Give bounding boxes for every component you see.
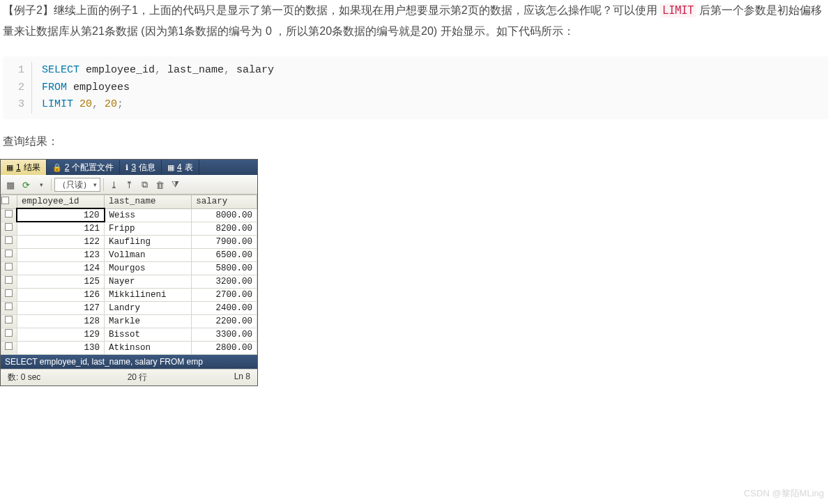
- toolbar-separator: [51, 178, 52, 191]
- row-checkbox[interactable]: [1, 261, 17, 275]
- dropdown-arrow-icon[interactable]: ▾: [34, 178, 48, 192]
- row-checkbox[interactable]: [1, 208, 17, 222]
- cell-employee-id[interactable]: 124: [17, 261, 104, 275]
- checkbox-header[interactable]: [1, 195, 17, 209]
- line-number: 1: [3, 62, 32, 79]
- example-paragraph: 【例子2】继续上面的例子1，上面的代码只是显示了第一页的数据，如果现在用户想要显…: [0, 0, 831, 45]
- cell-salary[interactable]: 2200.00: [192, 314, 257, 328]
- checkbox-icon: [5, 303, 13, 310]
- cell-last-name[interactable]: Nayer: [105, 275, 192, 288]
- footer-rows: 20 行: [128, 372, 148, 383]
- col-header-employee_id[interactable]: employee_id: [17, 195, 104, 209]
- table-row[interactable]: 130Atkinson2800.00: [1, 341, 257, 354]
- checkbox-icon: [5, 276, 13, 284]
- cell-salary[interactable]: 7900.00: [192, 235, 257, 248]
- cell-last-name[interactable]: Fripp: [105, 222, 192, 235]
- cell-employee-id[interactable]: 126: [17, 288, 104, 301]
- cell-employee-id[interactable]: 120: [17, 208, 104, 222]
- row-checkbox[interactable]: [1, 341, 17, 354]
- code-block: 1SELECT employee_id, last_name, salary2F…: [3, 56, 828, 119]
- table-row[interactable]: 125Nayer3200.00: [1, 275, 257, 288]
- copy-icon[interactable]: ⧉: [137, 178, 151, 192]
- table-row[interactable]: 120Weiss8000.00: [1, 208, 257, 222]
- cell-last-name[interactable]: Mourgos: [105, 261, 192, 275]
- row-checkbox[interactable]: [1, 328, 17, 341]
- table-row[interactable]: 121Fripp8200.00: [1, 222, 257, 235]
- cell-last-name[interactable]: Bissot: [105, 328, 192, 341]
- checkbox-icon: [5, 342, 13, 350]
- db-tab-表[interactable]: ▦4 表: [162, 160, 199, 175]
- row-checkbox[interactable]: [1, 222, 17, 235]
- export-icon[interactable]: ⤓: [107, 178, 121, 192]
- para-lead: 【例子2】继续上面的例子1，上面的代码只是显示了第一页的数据，如果现在用户想要显…: [3, 4, 660, 16]
- cell-last-name[interactable]: Mikkilineni: [105, 288, 192, 301]
- cell-salary[interactable]: 8200.00: [192, 222, 257, 235]
- cell-last-name[interactable]: Weiss: [105, 208, 192, 222]
- code-line: FROM employees: [32, 79, 130, 97]
- db-tab-信息[interactable]: ℹ3 信息: [120, 160, 162, 175]
- filter-icon[interactable]: ⧩: [168, 178, 182, 192]
- table-row[interactable]: 128Markle2200.00: [1, 314, 257, 328]
- status-bar-sql: SELECT employee_id, last_name, salary FR…: [1, 355, 257, 369]
- table-row[interactable]: 127Landry2400.00: [1, 301, 257, 314]
- cell-salary[interactable]: 2400.00: [192, 301, 257, 314]
- table-row[interactable]: 126Mikkilineni2700.00: [1, 288, 257, 301]
- grid-icon[interactable]: ▦: [3, 178, 17, 192]
- table-row[interactable]: 123Vollman6500.00: [1, 248, 257, 261]
- refresh-icon[interactable]: ⟳: [19, 178, 33, 192]
- inline-code-limit: LIMIT: [660, 3, 696, 17]
- cell-employee-id[interactable]: 128: [17, 314, 104, 328]
- cell-salary[interactable]: 3300.00: [192, 328, 257, 341]
- cell-salary[interactable]: 2700.00: [192, 288, 257, 301]
- cell-employee-id[interactable]: 127: [17, 301, 104, 314]
- row-checkbox[interactable]: [1, 288, 17, 301]
- delete-icon[interactable]: 🗑: [153, 178, 167, 192]
- db-tab-个配置文件[interactable]: 🔒2 个配置文件: [47, 160, 121, 175]
- db-tabs: ▦1 结果🔒2 个配置文件ℹ3 信息▦4 表: [1, 160, 257, 175]
- cell-employee-id[interactable]: 130: [17, 341, 104, 354]
- cell-salary[interactable]: 2800.00: [192, 341, 257, 354]
- cell-salary[interactable]: 6500.00: [192, 248, 257, 261]
- result-table: employee_idlast_namesalary 120Weiss8000.…: [1, 194, 257, 355]
- db-tab-结果[interactable]: ▦1 结果: [1, 160, 47, 175]
- cell-employee-id[interactable]: 129: [17, 328, 104, 341]
- readonly-dropdown[interactable]: （只读） ▾: [54, 178, 100, 192]
- footer-line: Ln 8: [234, 372, 250, 383]
- row-checkbox[interactable]: [1, 301, 17, 314]
- col-header-salary[interactable]: salary: [192, 195, 257, 209]
- cell-salary[interactable]: 3200.00: [192, 275, 257, 288]
- table-row[interactable]: 124Mourgos5800.00: [1, 261, 257, 275]
- cell-last-name[interactable]: Markle: [105, 314, 192, 328]
- tab-icon: 🔒: [52, 163, 62, 172]
- col-header-last_name[interactable]: last_name: [105, 195, 192, 209]
- cell-employee-id[interactable]: 125: [17, 275, 104, 288]
- cell-employee-id[interactable]: 122: [17, 235, 104, 248]
- cell-employee-id[interactable]: 121: [17, 222, 104, 235]
- cell-last-name[interactable]: Landry: [105, 301, 192, 314]
- table-row[interactable]: 129Bissot3300.00: [1, 328, 257, 341]
- row-checkbox[interactable]: [1, 314, 17, 328]
- import-icon[interactable]: ⤒: [122, 178, 136, 192]
- tab-icon: ▦: [167, 163, 174, 172]
- table-row[interactable]: 122Kaufling7900.00: [1, 235, 257, 248]
- cell-salary[interactable]: 8000.00: [192, 208, 257, 222]
- row-checkbox[interactable]: [1, 235, 17, 248]
- cell-employee-id[interactable]: 123: [17, 248, 104, 261]
- toolbar-separator: [103, 178, 104, 191]
- chevron-down-icon: ▾: [93, 181, 97, 188]
- row-checkbox[interactable]: [1, 248, 17, 261]
- checkbox-icon: [5, 210, 13, 217]
- checkbox-icon: [5, 263, 13, 270]
- db-toolbar: ▦ ⟳ ▾ （只读） ▾ ⤓ ⤒ ⧉ 🗑 ⧩: [1, 175, 257, 194]
- checkbox-icon: [5, 289, 13, 297]
- cell-last-name[interactable]: Vollman: [105, 248, 192, 261]
- tab-icon: ℹ: [125, 163, 128, 172]
- cell-last-name[interactable]: Kaufling: [105, 235, 192, 248]
- checkbox-icon: [5, 329, 13, 337]
- row-checkbox[interactable]: [1, 275, 17, 288]
- line-number: 3: [3, 96, 32, 114]
- cell-salary[interactable]: 5800.00: [192, 261, 257, 275]
- checkbox-icon: [1, 197, 9, 204]
- cell-last-name[interactable]: Atkinson: [105, 341, 192, 354]
- code-line: LIMIT 20, 20;: [32, 96, 123, 114]
